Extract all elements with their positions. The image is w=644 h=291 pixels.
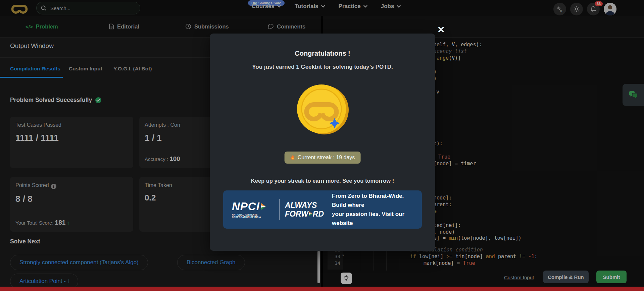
npci-ad-banner[interactable]: NPCI NATIONAL PAYMENTS CORPORATION OF IN… [223,190,422,229]
tagline-post: RD [313,210,324,218]
divider [279,199,280,220]
npci-logo: NPCI NATIONAL PAYMENTS CORPORATION OF IN… [232,201,275,218]
streak-pill: Current streak : 19 days [285,152,361,164]
npci-tagline: ALWAYS FORW RD [285,201,324,219]
modal-title: Congratulations ! [210,50,435,57]
ad-text-line2: your passion lies. Visit our website [332,210,413,228]
tagline-line2: FORW RD [285,210,324,218]
npci-ad-text: From Zero to Bharat-Wide. Build where yo… [332,191,413,228]
streak-message: Keep up your streak to earn more. See yo… [210,178,435,184]
fire-icon [290,155,295,161]
npci-arrow-icon [261,203,266,210]
tagline-pre: FORW [285,210,308,218]
modal-close-icon[interactable]: ✕ [437,25,445,35]
geeksforgeeks-problem-page: Big Savings Sale Courses Tutorials Pract… [0,0,644,291]
npci-arrow-icon [309,211,312,217]
streak-text: Current streak : 19 days [298,155,355,161]
npci-brand-text: NPCI [232,201,260,212]
geekbit-coin [296,82,349,136]
npci-caption: NATIONAL PAYMENTS CORPORATION OF INDIA [232,214,275,218]
modal-subtitle: You just earned 1 Geekbit for solving to… [210,64,435,70]
ad-text-line1: From Zero to Bharat-Wide. Build where [332,191,413,210]
congratulations-modal: Congratulations ! You just earned 1 Geek… [210,34,435,251]
tagline-line1: ALWAYS [285,201,324,210]
